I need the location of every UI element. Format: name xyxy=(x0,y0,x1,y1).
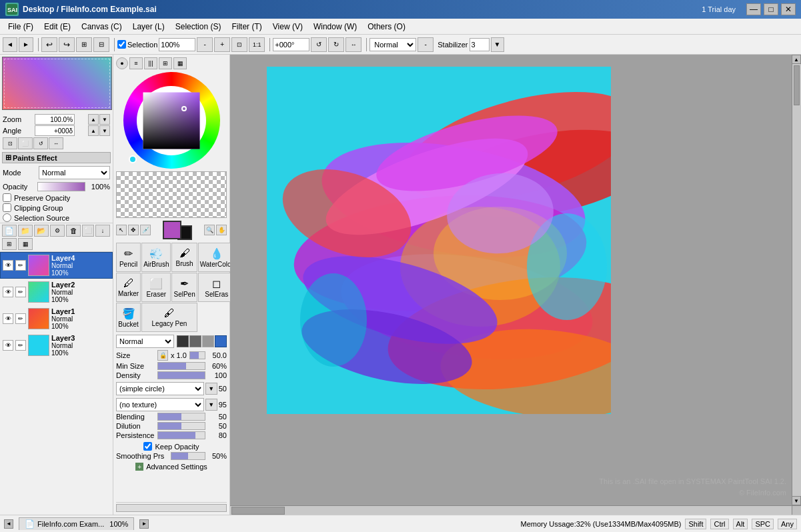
rotate-reset-btn[interactable]: ↺ xyxy=(33,137,48,149)
menu-filter[interactable]: Filter (T) xyxy=(226,21,267,33)
redo-button[interactable]: ↪ xyxy=(59,37,75,52)
clipping-group-checkbox[interactable] xyxy=(3,203,11,212)
brush-shape-1[interactable] xyxy=(177,335,189,347)
merge-visible-btn[interactable]: ⊞ xyxy=(2,238,17,250)
zoom-input[interactable] xyxy=(159,38,195,51)
close-button[interactable]: ✕ xyxy=(781,3,796,15)
eyedrop-btn[interactable]: 💉 xyxy=(140,225,151,235)
layer-extra-btn[interactable]: ⬜ xyxy=(82,225,94,237)
density-bar[interactable] xyxy=(157,371,205,379)
layer-4-pen[interactable]: ✏ xyxy=(15,260,26,271)
selection-source-radio[interactable] xyxy=(3,213,11,222)
scroll-down-arrow[interactable]: ▼ xyxy=(792,496,801,505)
tool-legacy-pen[interactable]: 🖋 Legacy Pen xyxy=(141,303,197,332)
bottom-scroll-bar[interactable] xyxy=(116,504,227,512)
color-mixer-btn[interactable]: ≡ xyxy=(129,57,143,69)
zoom-up-arrow[interactable]: ▲ xyxy=(88,114,99,125)
layer-folder-btn[interactable]: 📂 xyxy=(34,225,49,237)
tool-bucket[interactable]: 🪣 Bucket xyxy=(116,303,141,332)
brush-shape-3[interactable] xyxy=(202,335,214,347)
toolbar-nav-left[interactable]: ◄ xyxy=(3,37,17,52)
new-layer-btn[interactable]: 📄 xyxy=(2,225,17,237)
fg-color-swatch[interactable] xyxy=(163,221,181,239)
zoom-fit-canvas-btn[interactable]: ⬜ xyxy=(18,137,33,149)
menu-others[interactable]: Others (O) xyxy=(362,21,411,33)
keep-opacity-checkbox[interactable] xyxy=(143,442,152,451)
menu-canvas[interactable]: Canvas (C) xyxy=(76,21,127,33)
stabilizer-settings[interactable]: ▼ xyxy=(491,37,504,52)
texture-expand-btn[interactable]: ▼ xyxy=(205,399,217,411)
smoothing-bar[interactable] xyxy=(171,452,205,460)
hand-tool-btn[interactable]: ✋ xyxy=(216,225,227,235)
stabilizer-input[interactable] xyxy=(470,38,490,51)
paste-button[interactable]: ⊟ xyxy=(93,37,109,52)
mode-select[interactable]: Normal xyxy=(39,166,110,179)
rotate-right-button[interactable]: ↻ xyxy=(328,37,344,52)
brush-mode-select[interactable]: Normal xyxy=(116,335,174,348)
shape-select[interactable]: (simple circle) xyxy=(116,382,204,395)
zoom-in-button[interactable]: + xyxy=(214,37,230,52)
maximize-button[interactable]: □ xyxy=(764,3,778,15)
color-picker-btn[interactable]: ⊞ xyxy=(159,57,172,69)
angle-value-input[interactable] xyxy=(35,125,75,136)
menu-file[interactable]: File (F) xyxy=(3,21,39,33)
delete-layer-btn[interactable]: 🗑 xyxy=(66,225,81,237)
zoom-reset-btn[interactable]: ⊡ xyxy=(3,137,17,149)
rotate-left-button[interactable]: ↺ xyxy=(311,37,327,52)
preserve-opacity-checkbox[interactable] xyxy=(3,193,11,202)
zoom-tool-btn[interactable]: 🔍 xyxy=(204,225,215,235)
flip-canvas-btn[interactable]: ↔ xyxy=(49,137,63,149)
menu-edit[interactable]: Edit (E) xyxy=(39,21,76,33)
tool-marker[interactable]: 🖊 Marker xyxy=(116,273,141,302)
zoom-1to1-button[interactable]: 1:1 xyxy=(249,37,265,52)
color-wheel-btn[interactable]: ● xyxy=(116,57,128,69)
rotation-input[interactable] xyxy=(273,38,309,51)
flatten-btn[interactable]: ▦ xyxy=(18,238,33,250)
blending-bar[interactable] xyxy=(157,413,205,421)
statusbar-scroll-right[interactable]: ► xyxy=(139,519,149,529)
menu-view[interactable]: View (V) xyxy=(267,21,308,33)
tool-brush[interactable]: 🖌 Brush xyxy=(171,243,197,272)
right-scrollbar-thumb[interactable] xyxy=(794,65,800,105)
color-swatch-btn[interactable]: ▦ xyxy=(173,57,187,69)
bottom-scrollbar-thumb[interactable] xyxy=(231,507,285,515)
size-bar[interactable] xyxy=(189,351,205,359)
layer-item-2[interactable]: 👁 ✏ Layer2 Normal 100% xyxy=(0,279,113,305)
layer-1-eye[interactable]: 👁 xyxy=(3,313,13,324)
statusbar-scroll-left[interactable]: ◄ xyxy=(4,519,13,529)
zoom-fit-button[interactable]: ⊡ xyxy=(231,37,247,52)
layer-3-eye[interactable]: 👁 xyxy=(3,340,13,351)
layer-item-4[interactable]: 👁 ✏ Layer4 Normal 100% xyxy=(0,252,113,279)
tool-airbrush[interactable]: 💨 AirBrush xyxy=(141,243,171,272)
toolbar-nav-right[interactable]: ► xyxy=(19,37,33,52)
layer-2-pen[interactable]: ✏ xyxy=(15,287,26,297)
zoom-down-arrow[interactable]: ▼ xyxy=(99,114,110,125)
angle-up-arrow[interactable]: ▲ xyxy=(88,125,99,136)
shape-expand-btn[interactable]: ▼ xyxy=(205,383,217,395)
select-arrow-btn[interactable]: ↖ xyxy=(116,225,127,235)
blend-minus[interactable]: - xyxy=(418,37,434,52)
drawing-canvas[interactable] xyxy=(267,67,611,414)
tool-selpen[interactable]: ✒ SelPen xyxy=(171,273,197,302)
angle-down-arrow[interactable]: ▼ xyxy=(99,125,110,136)
menu-selection[interactable]: Selection (S) xyxy=(170,21,227,33)
tool-eraser[interactable]: ⬜ Eraser xyxy=(141,273,171,302)
move-arrow-btn[interactable]: ✥ xyxy=(128,225,139,235)
layer-4-eye[interactable]: 👁 xyxy=(3,260,13,271)
size-lock-btn[interactable]: 🔒 xyxy=(157,350,168,361)
texture-select[interactable]: (no texture) xyxy=(116,398,204,411)
layer-item-3[interactable]: 👁 ✏ Layer3 Normal 100% xyxy=(0,332,113,359)
persistence-bar[interactable] xyxy=(157,431,205,439)
merge-down-btn[interactable]: ↓ xyxy=(95,225,110,237)
menu-window[interactable]: Window (W) xyxy=(308,21,362,33)
color-slider-btn[interactable]: ||| xyxy=(144,57,157,69)
new-set-btn[interactable]: 📁 xyxy=(18,225,33,237)
opacity-bar[interactable] xyxy=(37,182,85,191)
document-tab[interactable]: 📄 FileInfo.com Exam... 100% xyxy=(19,517,134,530)
menu-layer[interactable]: Layer (L) xyxy=(127,21,170,33)
color-wheel-container[interactable] xyxy=(123,72,220,169)
layer-3-pen[interactable]: ✏ xyxy=(15,340,26,351)
zoom-out-button[interactable]: - xyxy=(197,37,213,52)
paints-effect-header[interactable]: ⊞ Paints Effect xyxy=(2,152,111,163)
flip-h-button[interactable]: ↔ xyxy=(345,37,361,52)
